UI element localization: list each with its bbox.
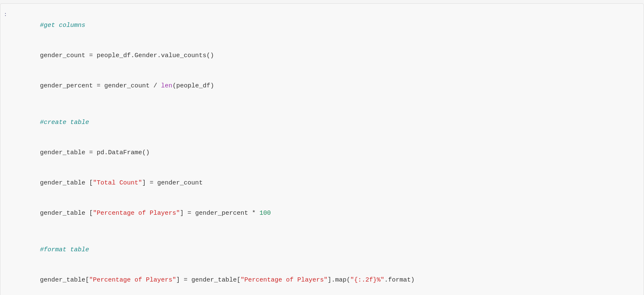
code-line-9: gender_table["Percentage of Players"] = … bbox=[17, 265, 635, 295]
code-line-8: #format table bbox=[17, 235, 635, 265]
blank-1 bbox=[17, 101, 635, 108]
code-line-6: gender_table ["Total Count"] = gender_co… bbox=[17, 168, 635, 198]
code-line-2: gender_count = people_df.Gender.value_co… bbox=[17, 41, 635, 71]
comment-create-table: #create table bbox=[40, 119, 89, 126]
code-cell: : #get columns gender_count = people_df.… bbox=[0, 3, 644, 295]
cell-input-label: : bbox=[4, 11, 7, 19]
blank-2 bbox=[17, 229, 635, 235]
comment-get-columns: #get columns bbox=[40, 22, 85, 29]
code-line-3: gender_percent = gender_count / len(peop… bbox=[17, 71, 635, 101]
page-container: : #get columns gender_count = people_df.… bbox=[0, 0, 644, 295]
comment-format-table: #format table bbox=[40, 246, 89, 253]
code-line-4: #create table bbox=[17, 108, 635, 138]
code-line-5: gender_table = pd.DataFrame() bbox=[17, 138, 635, 168]
code-line-7: gender_table ["Percentage of Players"] =… bbox=[17, 198, 635, 229]
code-line-1: #get columns bbox=[17, 11, 635, 41]
